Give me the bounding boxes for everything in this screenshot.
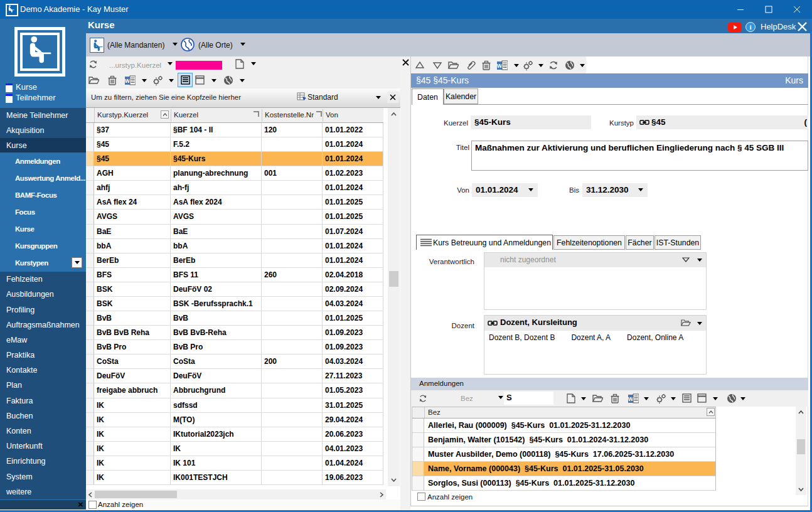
panel-splitter[interactable]: [400, 56, 410, 509]
orte-caret-icon[interactable]: [240, 43, 245, 46]
word-export-icon[interactable]: W: [496, 60, 508, 70]
anmeldung-row[interactable]: Sorglos, Susi (000113) §45-Kurs 01.01.20…: [412, 476, 715, 491]
table-row[interactable]: BvB ProBvB Pro01.09.2023: [86, 340, 383, 355]
dozent-entry[interactable]: Dozent, Online A: [627, 333, 683, 342]
gears-caret-icon[interactable]: [538, 64, 543, 67]
table-row[interactable]: BvB BvB RehaBvB BvB-Reha01.09.2023: [86, 326, 383, 340]
verantwortlich-combo[interactable]: nicht zugeordnet: [484, 252, 707, 310]
tab-daten[interactable]: Daten: [412, 88, 444, 105]
sidebar-item-akquisition[interactable]: Akquisition: [0, 123, 86, 138]
anmeldung-row[interactable]: Name, Vorname (000043) §45-Kurs 01.01.20…: [412, 462, 715, 476]
folder-open-icon[interactable]: [592, 393, 603, 403]
kurstypen-dropdown-icon[interactable]: [72, 257, 82, 268]
tab-kalender[interactable]: Kalender: [444, 88, 478, 104]
filter-bar[interactable]: Um zu filtern, ziehen Sie eine Kopfzeile…: [86, 88, 400, 108]
sidebar-item-praktika[interactable]: Praktika: [0, 348, 86, 363]
anmeldung-row[interactable]: Benjamin, Walter (101542) §45-Kurs 01.01…: [412, 433, 715, 447]
scroll-up-icon[interactable]: [388, 109, 400, 119]
sidebar-item-konten[interactable]: Konten: [0, 424, 86, 439]
column-handle-icon[interactable]: [254, 111, 259, 117]
anm-filter-column-select[interactable]: Bez: [461, 395, 473, 402]
word-export-caret-icon[interactable]: [514, 64, 519, 67]
kuerzel-field[interactable]: §45-Kurs: [471, 115, 591, 129]
scroll-up-icon[interactable]: [796, 408, 806, 417]
table-row[interactable]: BvBBvB01.01.2025: [86, 311, 383, 326]
titel-field[interactable]: Maßnahmen zur Aktivierung und berufliche…: [471, 141, 808, 171]
window-layout-caret-icon[interactable]: [713, 397, 718, 400]
table-row[interactable]: AVGSAVGS01.01.2025: [86, 210, 383, 224]
bis-field[interactable]: 31.12.2030: [582, 183, 648, 197]
sidebar-close-icon[interactable]: ✕: [78, 501, 83, 509]
sidebar-item-kurstypen[interactable]: Kurstypen: [0, 255, 86, 272]
list-layout-icon[interactable]: [682, 393, 692, 403]
sidebar-item-anmeldungen[interactable]: Anmeldungen: [0, 152, 86, 169]
column-header-3[interactable]: Von: [326, 111, 338, 119]
triangle-up-icon[interactable]: [415, 60, 425, 70]
maximize-button[interactable]: [754, 0, 783, 19]
folder-open-icon[interactable]: [681, 318, 691, 327]
search-column-caret-icon[interactable]: [168, 62, 173, 65]
scroll-thumb[interactable]: [797, 439, 805, 454]
gears-icon[interactable]: [656, 393, 666, 404]
layout-select[interactable]: Standard: [307, 93, 338, 102]
table-row[interactable]: BerEbBerEb01.01.2024: [86, 253, 383, 268]
globe-caret-icon[interactable]: [580, 64, 585, 67]
dozent-caret-icon[interactable]: [697, 322, 702, 325]
scroll-thumb[interactable]: [95, 491, 177, 498]
anmeldung-row[interactable]: Muster Ausbilder, Demo (000118) §45-Kurs…: [412, 447, 715, 462]
dozent-entry[interactable]: Dozent A, A: [571, 333, 611, 342]
table-row[interactable]: freigabe abbruchAbbruchgrund01.05.2023: [86, 383, 383, 398]
window-layout-caret-icon[interactable]: [211, 79, 216, 82]
table-row[interactable]: bbAbbA01.01.2024: [86, 239, 383, 253]
dozent-entry[interactable]: Dozent B, Dozent B: [489, 333, 555, 342]
paperclip-icon[interactable]: [466, 60, 476, 70]
gears-icon[interactable]: [152, 75, 163, 86]
word-export-caret-icon[interactable]: [142, 79, 147, 82]
youtube-icon[interactable]: [728, 23, 742, 32]
column-handle-icon[interactable]: [316, 111, 322, 117]
trash-icon[interactable]: [481, 60, 491, 70]
globe-caret-icon[interactable]: [740, 397, 745, 400]
sidebar-item-bamf-focus[interactable]: BAMF-Focus: [0, 187, 86, 204]
globe-icon[interactable]: [727, 393, 737, 403]
sidebar-item-plan[interactable]: Plan: [0, 378, 86, 393]
gears-caret-icon[interactable]: [169, 79, 174, 82]
window-layout-icon[interactable]: [195, 75, 205, 85]
sidebar-item-faktura[interactable]: Faktura: [0, 393, 86, 408]
anzahl-checkbox[interactable]: [88, 501, 97, 509]
globe-caret-icon[interactable]: [240, 79, 245, 82]
scroll-down-icon[interactable]: [796, 485, 806, 494]
window-layout-icon[interactable]: [697, 393, 707, 403]
table-row[interactable]: §45§45-Kurs01.01.2024: [86, 152, 383, 166]
orte-select[interactable]: (Alle Orte): [198, 41, 233, 50]
gears-icon[interactable]: [523, 60, 533, 71]
mandant-select[interactable]: (Alle Mandanten): [107, 41, 164, 50]
subtab-kurs-betreuung[interactable]: Kurs Betreuung und Anmeldungen: [416, 235, 553, 250]
sidebar-shortcut-kurse[interactable]: Kurse: [0, 82, 86, 93]
header-close-icon[interactable]: [797, 21, 808, 32]
table-row[interactable]: IKsdfssd31.01.2025: [86, 398, 383, 413]
subtab-fehlzeitenoptionen[interactable]: Fehlzeitenoptionen: [553, 235, 625, 250]
subtab-faecher[interactable]: Fächer: [626, 235, 654, 250]
subtab-ist-stunden[interactable]: IST-Stunden: [654, 235, 701, 250]
layout-caret-icon[interactable]: [376, 96, 381, 99]
refresh-icon[interactable]: [548, 60, 558, 70]
anm-vscrollbar[interactable]: [796, 407, 806, 495]
sidebar-item-fehlzeiten[interactable]: Fehlzeiten: [0, 272, 86, 287]
table-row[interactable]: BSKBSK -Berufssprachk.104.03.2024: [86, 297, 383, 311]
scroll-right-icon[interactable]: [377, 489, 386, 499]
gears-caret-icon[interactable]: [671, 397, 676, 400]
folder-open-icon[interactable]: [88, 75, 99, 85]
table-row[interactable]: IKIKtutorial2023jch20.06.2023: [86, 427, 383, 442]
dozent-box[interactable]: Dozent, Kursleitung Dozent B, Dozent BDo…: [484, 315, 707, 375]
new-document-caret-icon[interactable]: [251, 62, 256, 65]
triangle-down-icon[interactable]: [432, 60, 442, 70]
column-header-2[interactable]: Kostenstelle.Nr: [265, 111, 314, 119]
globe-icon[interactable]: [223, 75, 233, 85]
table-row[interactable]: CoStaCoSta20004.03.2024: [86, 355, 383, 369]
sidebar-item-kursgruppen[interactable]: Kursgruppen: [0, 238, 86, 255]
refresh-icon[interactable]: [88, 60, 98, 69]
sidebar-item-kurse[interactable]: Kurse: [0, 138, 86, 152]
scroll-left-icon[interactable]: [86, 489, 95, 499]
folder-open-icon[interactable]: [448, 60, 459, 70]
